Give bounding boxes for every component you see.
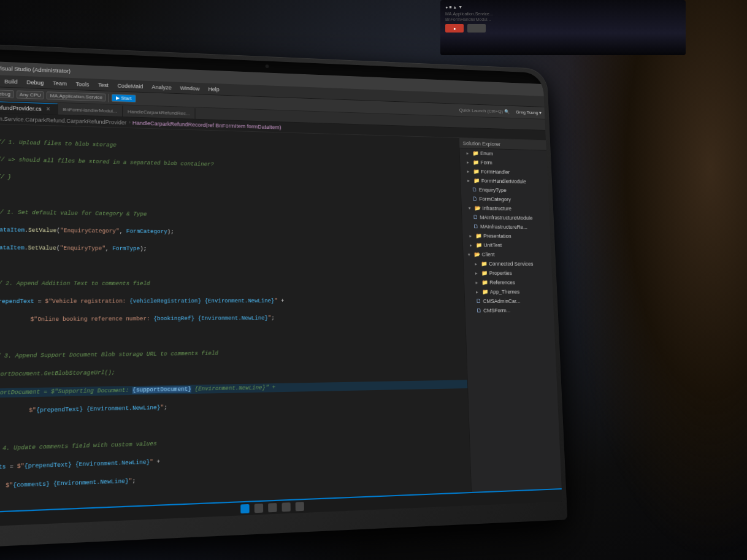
code-line-3: // } [0,172,461,191]
other-tab-2[interactable]: HandleCarparkRefundRec... [123,105,196,118]
solution-explorer-title: Solution Explorer [462,140,500,147]
arrow-icon: ▸ [467,178,472,183]
tree-item-mainfrastructure2[interactable]: 🗋 MAInfrastructureRe... [462,222,550,232]
arrow-icon: ▸ [475,280,480,285]
person-background [563,0,747,560]
code-line-2: // => should all files be stored in a se… [0,155,460,175]
folder-icon: 📁 [472,150,478,156]
file-icon: 🗋 [473,215,478,221]
code-line-14: //supportDocument.GetBlobStorageUrl(); [0,363,467,380]
tree-label: FormCategory [479,196,511,202]
tree-label: Form [480,159,492,166]
breadcrumb-sep: › [128,120,131,126]
code-line-15: //supportDocument = $"Supporting Documen… [0,380,467,398]
menu-build[interactable]: Build [1,77,21,86]
code-line-5: // 1. Set default value for Category & T… [0,208,462,223]
arrow-icon: ▾ [469,205,473,211]
folder-icon: 📁 [481,270,488,276]
taskbar-icon-2[interactable] [255,504,263,513]
main-area: // 1. Upload files to blob storage // =>… [0,123,562,513]
code-line-6: formDataItem.SetValue("EnquiryCategory",… [0,226,462,239]
folder-icon: 📁 [481,280,488,286]
code-line-7: formDataItem.SetValue("EnquiryType", For… [0,244,463,256]
cpu-dropdown[interactable]: Any CPU [16,90,44,99]
tree-label: Enum [480,150,493,156]
secondary-monitor-content: ● ■ ▲ ▼ MA.Application.Service... BnForm… [440,0,686,37]
camera [266,64,269,68]
menu-window[interactable]: Window [177,83,204,93]
user-name: Greg Tsung ▾ [516,110,542,116]
arrow-icon: ▾ [468,251,473,257]
arrow-icon: ▸ [470,242,475,248]
arrow-icon: ▸ [469,233,474,239]
taskbar-icon-3[interactable] [268,503,277,512]
tree-item-cmsform[interactable]: 🗋 CMSForm... [465,305,554,315]
file-icon: 🗋 [473,224,479,230]
arrow-icon: ▸ [467,159,472,165]
folder-icon: 📁 [476,242,482,248]
tree-label: App_Themes [490,289,520,295]
tree-item-presentation[interactable]: ▸ 📁 Presentation [462,231,550,242]
folder-icon: 📁 [473,178,480,184]
code-line-13: // 3. Append Support Document Blob stora… [0,347,466,361]
menu-debug[interactable]: Debug [23,77,48,86]
folder-icon: 📂 [474,251,480,258]
start-button[interactable]: ▶ Start [112,94,136,102]
tree-label: Presentation [483,233,511,239]
tree-item-client[interactable]: ▾ 📂 Client [463,250,551,259]
active-tab[interactable]: C# CarparkRefundProvider.cs × [0,100,58,114]
tree-label: Properties [489,270,511,276]
tab-label-3: HandleCarparkRefundRec... [128,109,190,116]
tree-label: FormHandlerModule [481,178,527,185]
tree-label: MAInfrastructureModule [480,215,532,221]
tree-item-connected[interactable]: ▸ 📁 Connected Services [464,259,552,269]
tree-label: UnitTest [484,242,502,248]
tree-item-references[interactable]: ▸ 📁 References [464,278,553,287]
tab-close-button[interactable]: × [44,105,52,112]
menu-test[interactable]: Test [94,80,112,90]
solution-explorer: Solution Explorer ▸ 📁 Enum ▸ 📁 Form [459,138,562,492]
menu-help[interactable]: Help [204,85,223,94]
arrow-icon: ▸ [475,270,480,276]
project-dropdown[interactable]: MA.Application.Service [47,91,105,101]
tree-item-cmsadmin[interactable]: 🗋 CMSAdminCar... [465,296,553,306]
menu-codemaid[interactable]: CodeMaid [113,81,147,91]
taskbar-icon-4[interactable] [282,502,290,512]
tree-item-properties[interactable]: ▸ 📁 Properties [464,268,552,278]
screen-bezel: Visual Studio (Administrator) File Edit … [0,48,562,528]
tree-label: EnquiryType [479,187,507,193]
code-line-16: $"{prependText} {Environment.NewLine}"; [0,397,468,416]
code-line-10: var prependText = $"Vehicle registration… [0,296,465,306]
arrow-icon: ▸ [476,289,481,294]
folder-icon: 📁 [481,261,487,267]
menu-tools[interactable]: Tools [72,80,93,89]
vs-code-screen: Visual Studio (Administrator) File Edit … [0,60,562,528]
menu-team[interactable]: Team [49,79,71,88]
folder-icon: 📂 [475,205,481,212]
folder-icon: 📁 [482,289,488,295]
other-tab-1[interactable]: BnFormHandlerModul... [58,104,123,117]
code-line-9: // 2. Append Addition Text to comments f… [0,279,464,288]
folder-icon: 📁 [473,169,479,175]
laptop-body: Visual Studio (Administrator) File Edit … [0,42,567,549]
taskbar-icon-5[interactable] [296,502,304,511]
code-line-1: // 1. Upload files to blob storage [0,137,459,158]
code-editor[interactable]: // 1. Upload files to blob storage // =>… [0,123,471,513]
code-line-11: $"Online booking reference number: {book… [0,313,465,324]
tree-item-appthemes[interactable]: ▸ 📁 App_Themes [464,287,553,296]
tree-label: Client [481,251,494,258]
file-icon: 🗋 [476,298,481,304]
separator-2 [108,93,109,102]
menu-analyze[interactable]: Analyze [148,82,175,91]
code-line-12 [0,329,465,342]
tree-label: MAInfrastructureRe... [480,224,527,230]
tree-label: FormHandler [481,169,510,175]
tree-item-unittest[interactable]: ▸ 📁 UnitTest [463,240,551,250]
config-dropdown[interactable]: Debug [0,90,13,98]
code-line-4 [0,190,461,207]
secondary-monitor: ● ■ ▲ ▼ MA.Application.Service... BnForm… [440,0,686,55]
taskbar-icon-1[interactable] [240,504,249,513]
tab-label: CarparkRefundProvider.cs [0,104,42,112]
tree-label: Infrastructure [482,205,511,212]
quick-launch[interactable]: Quick Launch (Ctrl+Q) 🔍 [459,107,510,114]
